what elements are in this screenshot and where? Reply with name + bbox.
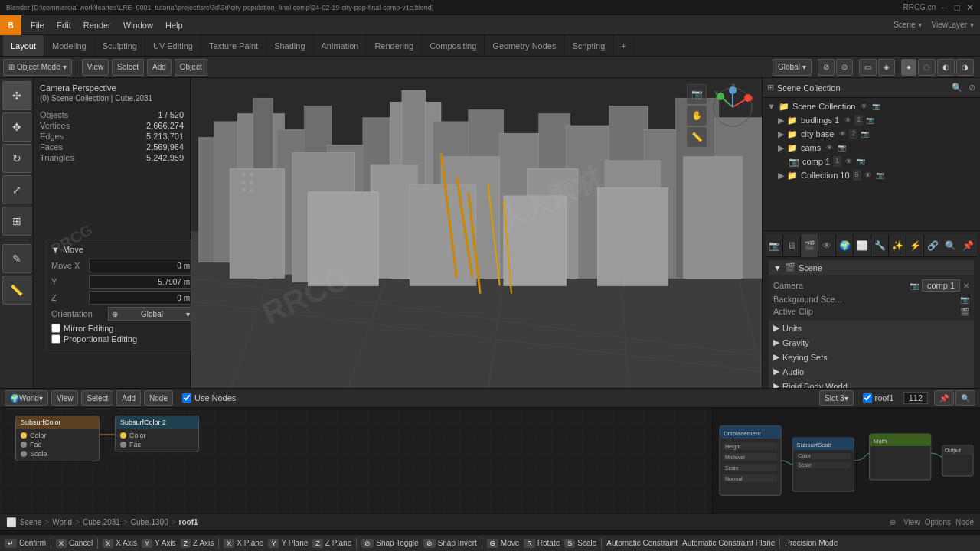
units-section-header[interactable]: ▶ Units bbox=[769, 321, 974, 335]
tab-scripting[interactable]: Scripting bbox=[564, 35, 613, 56]
measure-tool-btn[interactable]: 📏 bbox=[687, 127, 707, 147]
z-plane-key[interactable]: Z bbox=[312, 539, 323, 548]
node-card-2[interactable]: SubsurfColor 2 Color Fac bbox=[115, 416, 199, 452]
maximize-btn[interactable]: □ bbox=[955, 2, 960, 13]
props-particle-tab[interactable]: ✨ bbox=[889, 234, 906, 257]
tab-rendering[interactable]: Rendering bbox=[367, 35, 422, 56]
outliner-item-root[interactable]: ▼ 📁 Scene Collection 👁 📷 bbox=[763, 99, 980, 113]
tab-sculpting[interactable]: Sculpting bbox=[95, 35, 145, 56]
view-layer-dropdown-icon[interactable]: ▾ bbox=[970, 21, 974, 29]
select-menu[interactable]: Select bbox=[112, 59, 144, 76]
outliner-search-icon[interactable]: 🔍 bbox=[952, 83, 962, 93]
menu-edit[interactable]: Edit bbox=[51, 15, 77, 34]
tab-shading[interactable]: Shading bbox=[266, 35, 313, 56]
node-card-1[interactable]: SubsurfColor Color Fac Scale bbox=[15, 416, 100, 461]
xray-btn[interactable]: ◈ bbox=[878, 59, 895, 76]
bc-world[interactable]: World bbox=[52, 518, 72, 527]
city-base-render-btn[interactable]: 📷 bbox=[859, 129, 870, 139]
move-key[interactable]: G bbox=[487, 539, 498, 548]
tab-add[interactable]: + bbox=[613, 35, 634, 56]
camera-view-btn[interactable]: 📷 bbox=[687, 84, 707, 104]
outliner-item-budlings[interactable]: ▶ 📁 budlings 1 👁 1 📷 bbox=[773, 113, 980, 127]
bc-tool-btn-4[interactable]: Node bbox=[956, 518, 974, 527]
orientation-dropdown[interactable]: ⊕ Global ▾ bbox=[108, 307, 194, 321]
main-viewport[interactable]: RRCG 人人素材 X Y Z bbox=[191, 78, 762, 388]
rotate-tool-btn[interactable]: ↻ bbox=[2, 144, 31, 173]
bg-scene-btn[interactable]: 📷 bbox=[960, 295, 969, 304]
scale-tool-btn[interactable]: ⤢ bbox=[2, 175, 31, 204]
object-menu[interactable]: Object bbox=[175, 59, 207, 76]
x-plane-key[interactable]: X bbox=[224, 539, 234, 548]
snap-toggle-key[interactable]: ⊘ bbox=[361, 539, 374, 548]
tab-compositing[interactable]: Compositing bbox=[422, 35, 485, 56]
budlings-render-btn[interactable]: 📷 bbox=[864, 115, 875, 126]
tab-uv-editing[interactable]: UV Editing bbox=[145, 35, 201, 56]
y-plane-key[interactable]: Y bbox=[268, 539, 279, 548]
wire-mode-btn[interactable]: ◌ bbox=[918, 59, 936, 76]
transform-global-dropdown[interactable]: Global ▾ bbox=[773, 59, 812, 76]
annotate-btn[interactable]: ✎ bbox=[2, 244, 31, 273]
vis-render-btn[interactable]: 📷 bbox=[871, 101, 881, 112]
panel-collapse-icon[interactable]: ▼ bbox=[51, 245, 60, 254]
node-pin-btn[interactable]: 📌 bbox=[934, 390, 954, 406]
slot-active-checkbox[interactable] bbox=[863, 393, 872, 403]
props-scene-tab[interactable]: 📷 bbox=[766, 234, 783, 257]
outliner-item-city-base[interactable]: ▶ 📁 city base 👁 2 📷 bbox=[773, 127, 980, 141]
cams-eye-btn[interactable]: 👁 bbox=[824, 142, 835, 153]
camera-close-icon[interactable]: ✕ bbox=[963, 282, 969, 290]
transform-tool-btn[interactable]: ⊞ bbox=[2, 207, 31, 236]
node-add-btn[interactable]: Add bbox=[116, 390, 141, 406]
comp1-eye-btn[interactable]: 👁 bbox=[843, 156, 854, 167]
snap-btn[interactable]: ⊘ bbox=[818, 59, 835, 76]
node-editor-canvas[interactable]: SubsurfColor Color Fac Scale SubsurfColo… bbox=[0, 408, 712, 514]
keying-sets-header[interactable]: ▶ Keying Sets bbox=[769, 350, 974, 364]
bc-scene[interactable]: Scene bbox=[20, 518, 41, 527]
slot-dropdown[interactable]: Slot 3 ▾ bbox=[819, 390, 854, 406]
tab-animation[interactable]: Animation bbox=[314, 35, 368, 56]
bc-tool-btn-3[interactable]: Options bbox=[925, 518, 951, 527]
use-nodes-checkbox[interactable] bbox=[182, 393, 191, 403]
props-object-tab[interactable]: ⬜ bbox=[854, 234, 871, 257]
rigid-body-header[interactable]: ▶ Rigid Body World bbox=[769, 379, 974, 388]
props-constraints-tab[interactable]: 🔗 bbox=[924, 234, 942, 257]
confirm-key[interactable]: ↵ bbox=[5, 539, 17, 548]
menu-file[interactable]: File bbox=[24, 15, 51, 34]
measure-btn[interactable]: 📏 bbox=[2, 276, 31, 305]
outliner-item-cams[interactable]: ▶ 📁 cams 👁 📷 bbox=[773, 141, 980, 155]
mirror-editing-checkbox[interactable] bbox=[51, 324, 60, 333]
props-world-tab[interactable]: 🌍 bbox=[836, 234, 854, 257]
scene-dropdown-icon[interactable]: ▾ bbox=[918, 21, 922, 29]
proportional-btn[interactable]: ⊙ bbox=[836, 59, 853, 76]
coll10-render-btn[interactable]: 📷 bbox=[875, 170, 886, 181]
snap-invert-key[interactable]: ⊘ bbox=[423, 539, 436, 548]
outliner-item-comp1[interactable]: 📷 comp 1 1 👁 📷 bbox=[784, 155, 980, 168]
rendered-mode-btn[interactable]: ◑ bbox=[956, 59, 974, 76]
x-axis-key[interactable]: X bbox=[103, 539, 113, 548]
viewport-gizmo[interactable]: X Y Z bbox=[710, 84, 756, 130]
node-zoom-btn[interactable]: 🔍 bbox=[956, 390, 975, 406]
tab-geometry-nodes[interactable]: Geometry Nodes bbox=[485, 35, 564, 56]
close-icon[interactable]: ✕ bbox=[966, 2, 974, 13]
props-output-tab[interactable]: 🎬 bbox=[801, 234, 818, 257]
object-mode-dropdown[interactable]: ⊞ Object Mode ▾ bbox=[3, 59, 72, 76]
props-physics-tab[interactable]: ⚡ bbox=[906, 234, 924, 257]
minimize-btn[interactable]: ─ bbox=[942, 2, 949, 13]
budlings-eye-btn[interactable]: 👁 bbox=[842, 115, 853, 126]
move-tool-btn[interactable]: ✥ bbox=[2, 112, 31, 142]
props-modifier-tab[interactable]: 🔧 bbox=[871, 234, 889, 257]
tab-texture-paint[interactable]: Texture Paint bbox=[201, 35, 266, 56]
audio-section-header[interactable]: ▶ Audio bbox=[769, 364, 974, 379]
z-axis-key[interactable]: Z bbox=[181, 539, 191, 548]
active-clip-btn[interactable]: 🎬 bbox=[960, 308, 969, 316]
bc-cube2031[interactable]: Cube.2031 bbox=[83, 518, 120, 527]
move-y-input[interactable] bbox=[89, 275, 194, 289]
scene-section-header[interactable]: ▼ 🎬 Scene bbox=[769, 260, 974, 275]
tab-modeling[interactable]: Modeling bbox=[44, 35, 95, 56]
city-base-eye-btn[interactable]: 👁 bbox=[837, 129, 848, 139]
node-node-btn[interactable]: Node bbox=[144, 390, 173, 406]
overlay-btn[interactable]: ▭ bbox=[859, 59, 877, 76]
node-view-btn[interactable]: View bbox=[51, 390, 79, 406]
hand-tool-btn[interactable]: ✋ bbox=[687, 106, 707, 126]
props-render-tab[interactable]: 🖥 bbox=[783, 234, 801, 257]
vis-eye-btn[interactable]: 👁 bbox=[858, 101, 869, 112]
